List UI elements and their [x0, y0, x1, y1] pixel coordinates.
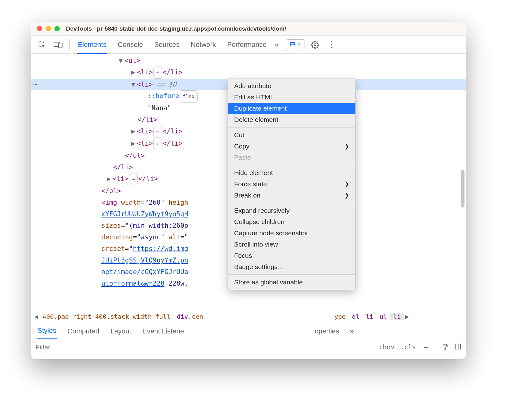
context-menu-item[interactable]: Break on❯: [228, 190, 355, 201]
context-menu-label: Add attribute: [234, 82, 271, 90]
context-menu-label: Delete element: [234, 116, 278, 123]
new-style-rule-icon[interactable]: ＋: [422, 341, 430, 353]
context-menu-label: Hide element: [234, 169, 273, 177]
context-menu-item: Paste: [228, 152, 355, 163]
issues-count: 4: [298, 41, 301, 48]
tab-performance[interactable]: Performance: [227, 36, 267, 53]
context-menu-item[interactable]: Add attribute: [228, 80, 355, 92]
maximize-window-button[interactable]: [54, 26, 60, 31]
dom-node-ul-open[interactable]: ▼<ul>: [31, 55, 466, 67]
context-menu-item[interactable]: Cut: [228, 129, 355, 141]
device-toolbar-icon[interactable]: [51, 38, 65, 52]
tab-styles[interactable]: Styles: [37, 323, 57, 339]
context-menu-separator: [228, 165, 355, 165]
tab-sources[interactable]: Sources: [153, 36, 180, 53]
context-menu-label: Capture node screenshot: [234, 229, 308, 237]
context-menu-label: Collapse children: [234, 218, 284, 226]
issues-badge[interactable]: 4: [286, 39, 305, 50]
breadcrumb-scroll-left-icon[interactable]: ◀: [33, 313, 39, 320]
context-menu-item[interactable]: Collapse children: [228, 216, 355, 228]
svg-rect-2: [58, 43, 62, 48]
more-sidebar-tabs-icon[interactable]: »: [350, 327, 354, 336]
breadcrumb-item[interactable]: ul: [376, 313, 390, 320]
tab-network[interactable]: Network: [190, 36, 217, 53]
ellipsis-badge[interactable]: ⋯: [153, 126, 162, 138]
context-menu-label: Scroll into view: [234, 241, 278, 248]
more-tabs-icon[interactable]: »: [270, 38, 284, 52]
context-menu-label: Store as global variable: [234, 278, 303, 286]
context-menu-item[interactable]: Edit as HTML: [228, 92, 355, 103]
breadcrumb-item[interactable]: ype: [331, 313, 349, 320]
svg-rect-6: [458, 344, 460, 349]
context-menu-item[interactable]: Scroll into view: [228, 239, 355, 250]
context-menu-item[interactable]: Store as global variable: [228, 277, 355, 288]
breadcrumb-item[interactable]: div.cen: [173, 313, 206, 320]
tab-properties[interactable]: operties: [314, 323, 340, 339]
context-menu-item[interactable]: Focus: [228, 250, 355, 261]
tab-event-listeners[interactable]: Event Listene: [142, 323, 185, 339]
context-menu-item[interactable]: Delete element: [228, 114, 355, 125]
kebab-menu-icon[interactable]: ⋮: [324, 38, 338, 52]
submenu-arrow-icon: ❯: [344, 181, 349, 188]
breadcrumb-scroll-right-icon[interactable]: ▶: [404, 313, 410, 320]
devtools-window: DevTools - pr-5840-static-dot-dcc-stagin…: [31, 22, 466, 359]
context-menu-label: Edit as HTML: [234, 93, 274, 101]
flex-badge[interactable]: flex: [180, 90, 198, 102]
computed-styles-icon[interactable]: [454, 343, 461, 352]
context-menu-label: Copy: [234, 142, 249, 150]
sidebar-tabs: Styles Computed Layout Event Listene ope…: [31, 323, 466, 339]
main-toolbar: Elements Console Sources Network Perform…: [31, 36, 466, 54]
context-menu-item[interactable]: Duplicate element: [228, 103, 355, 114]
breadcrumb[interactable]: ◀ 400.pad-right-400.stack.width-full div…: [31, 310, 466, 323]
context-menu-item[interactable]: Copy❯: [228, 141, 355, 152]
breadcrumb-item[interactable]: li: [363, 313, 376, 320]
styles-filter-input[interactable]: [36, 343, 374, 351]
inspect-element-icon[interactable]: [35, 38, 49, 52]
vertical-scrollbar[interactable]: [461, 170, 464, 208]
dom-node-li-collapsed[interactable]: ▶<li>⋯</li>: [31, 67, 466, 79]
context-menu-label: Force state: [234, 180, 267, 188]
context-menu-label: Cut: [234, 131, 244, 139]
breadcrumb-item[interactable]: 400.pad-right-400.stack.width-full: [39, 313, 173, 320]
tab-elements[interactable]: Elements: [77, 36, 107, 54]
submenu-arrow-icon: ❯: [344, 143, 349, 150]
close-window-button[interactable]: [37, 26, 42, 31]
context-menu[interactable]: Add attributeEdit as HTMLDuplicate eleme…: [228, 78, 356, 290]
context-menu-separator: [228, 203, 355, 203]
hov-toggle[interactable]: :hov: [379, 343, 395, 351]
context-menu-label: Focus: [234, 252, 252, 259]
context-menu-separator: [228, 127, 355, 128]
cls-toggle[interactable]: .cls: [400, 343, 416, 351]
styles-filter-row: :hov .cls ＋: [31, 339, 466, 355]
minimize-window-button[interactable]: [46, 26, 51, 31]
context-menu-item[interactable]: Capture node screenshot: [228, 228, 355, 239]
ellipsis-badge[interactable]: ⋯: [153, 67, 162, 79]
window-title: DevTools - pr-5840-static-dot-dcc-stagin…: [66, 25, 286, 32]
context-menu-separator: [228, 274, 355, 275]
settings-icon[interactable]: [308, 38, 322, 52]
context-menu-label: Paste: [234, 154, 251, 161]
toolbar-separator: [69, 39, 70, 50]
tab-console[interactable]: Console: [117, 36, 144, 53]
ellipsis-badge[interactable]: ⋯: [153, 138, 162, 150]
tab-layout[interactable]: Layout: [110, 323, 132, 339]
context-menu-item[interactable]: Hide element: [228, 167, 355, 178]
svg-point-3: [314, 43, 316, 46]
context-menu-item[interactable]: Badge settings…: [228, 261, 355, 272]
tab-computed[interactable]: Computed: [67, 323, 100, 339]
context-menu-label: Badge settings…: [234, 263, 284, 271]
paint-icon[interactable]: [442, 343, 449, 352]
svg-rect-4: [445, 348, 446, 349]
svg-rect-5: [455, 344, 461, 349]
breadcrumb-item-selected[interactable]: li: [390, 313, 404, 320]
overflow-dots-icon[interactable]: ⋯: [33, 79, 38, 90]
submenu-arrow-icon: ❯: [344, 192, 349, 199]
context-menu-item[interactable]: Expand recursively: [228, 205, 355, 216]
panel-tabs: Elements Console Sources Network Perform…: [77, 36, 267, 53]
context-menu-label: Duplicate element: [234, 105, 287, 112]
separator: [436, 343, 436, 351]
context-menu-item[interactable]: Force state❯: [228, 178, 355, 190]
breadcrumb-item[interactable]: ol: [349, 313, 363, 320]
titlebar: DevTools - pr-5840-static-dot-dcc-stagin…: [31, 22, 466, 36]
ellipsis-badge[interactable]: ⋯: [129, 173, 138, 185]
